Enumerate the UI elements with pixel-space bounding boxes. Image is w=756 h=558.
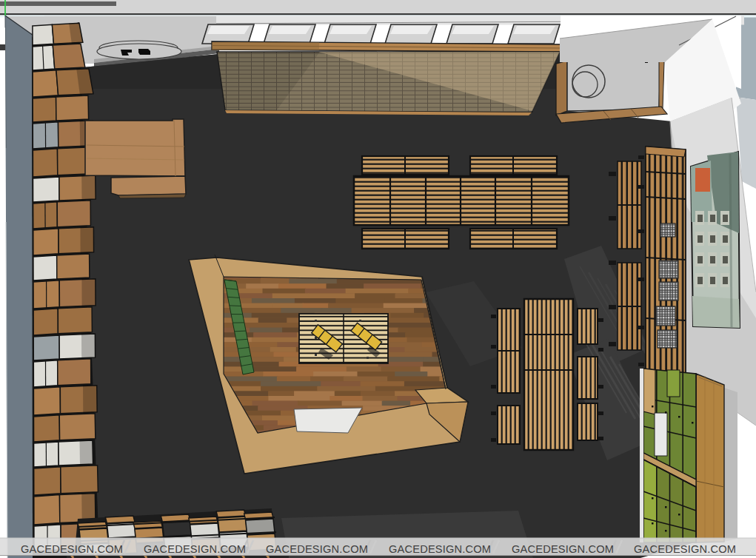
svg-text:GACEDESIGN.COM: GACEDESIGN.COM <box>21 543 123 555</box>
svg-text:GACEDESIGN.COM: GACEDESIGN.COM <box>389 543 491 555</box>
svg-text:GACEDESIGN.COM: GACEDESIGN.COM <box>634 543 736 555</box>
svg-text:GACEDESIGN.COM: GACEDESIGN.COM <box>266 543 368 555</box>
svg-text:GACEDESIGN.COM: GACEDESIGN.COM <box>512 543 614 555</box>
svg-text:GACEDESIGN.COM: GACEDESIGN.COM <box>144 543 246 555</box>
